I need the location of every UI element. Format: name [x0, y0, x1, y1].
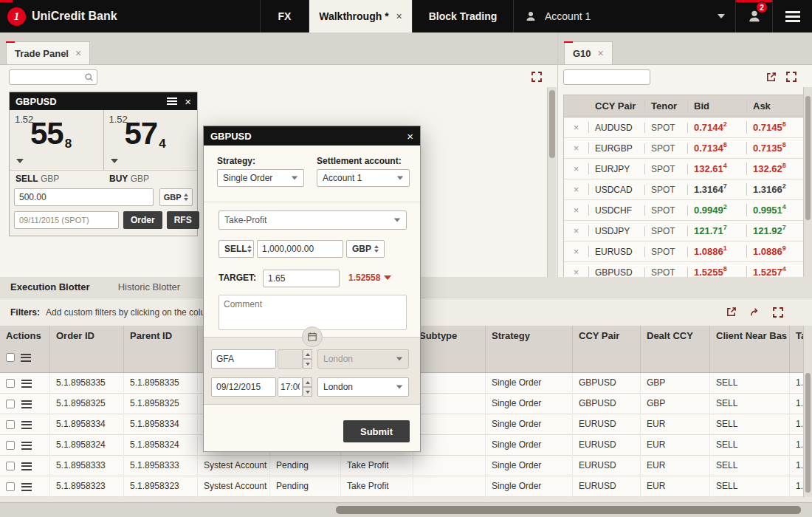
bulk-actions-menu-icon[interactable]	[21, 354, 31, 362]
rates-search[interactable]	[563, 69, 650, 85]
scrollbar-thumb[interactable]	[549, 90, 555, 158]
buy-price-button[interactable]: 1.52 574	[104, 110, 198, 170]
value-date-input[interactable]	[14, 211, 119, 229]
notifications-button[interactable]: 2	[735, 0, 772, 32]
column-header-bid[interactable]: Bid	[688, 100, 747, 112]
row-select-checkbox[interactable]	[6, 400, 15, 408]
tab-walkthrough[interactable]: Walkthrough * ×	[309, 0, 412, 32]
remove-pair-icon[interactable]: ×	[564, 184, 589, 195]
scrollbar-thumb[interactable]	[805, 96, 811, 220]
tab-execution-blotter[interactable]: Execution Blotter	[10, 281, 90, 292]
widget-menu-icon[interactable]	[167, 97, 177, 105]
expand-icon[interactable]	[529, 69, 544, 84]
search-input[interactable]	[13, 73, 84, 82]
popout-icon[interactable]	[723, 305, 738, 320]
close-icon[interactable]: ×	[598, 48, 604, 58]
column-header-ccy-pair[interactable]: CCY Pair	[573, 326, 641, 372]
order-currency-select[interactable]: GBP	[346, 240, 385, 258]
search-input[interactable]	[567, 73, 647, 82]
column-header-actions[interactable]: Actions	[0, 326, 50, 372]
order-button[interactable]: Order	[123, 211, 162, 229]
ask-price[interactable]: 1.08869	[747, 245, 804, 257]
expand-icon[interactable]	[771, 305, 785, 320]
decrement-icon[interactable]	[303, 387, 312, 397]
blotter-scrollbar[interactable]	[803, 326, 812, 497]
column-header-order-id[interactable]: Order ID	[50, 326, 124, 372]
currency-select[interactable]: GBP	[159, 188, 193, 206]
sell-price-button[interactable]: 1.52 558	[10, 110, 104, 170]
remove-pair-icon[interactable]: ×	[564, 163, 589, 174]
column-header-target[interactable]: Targ	[790, 326, 803, 372]
duration-input[interactable]	[211, 349, 276, 369]
row-select-checkbox[interactable]	[6, 420, 15, 429]
tab-fx[interactable]: FX	[260, 0, 309, 32]
row-menu-icon[interactable]	[21, 400, 32, 408]
time-stepper[interactable]	[303, 377, 312, 397]
scrollbar-thumb[interactable]	[805, 373, 811, 493]
close-icon[interactable]: ×	[185, 96, 191, 107]
remove-pair-icon[interactable]: ×	[564, 246, 589, 257]
bid-price[interactable]: 0.99492	[688, 204, 747, 216]
blotter-row[interactable]: 5.1.8958333 5.1.8958333 Systest Account …	[0, 456, 803, 476]
rates-scrollbar[interactable]	[803, 87, 812, 277]
ask-price[interactable]: 0.71458	[747, 121, 804, 133]
increment-icon[interactable]	[303, 377, 312, 387]
row-menu-icon[interactable]	[21, 483, 32, 491]
app-menu-button[interactable]	[772, 0, 812, 32]
trade-panel-scrollbar[interactable]	[547, 87, 557, 277]
expiry-time-input[interactable]	[278, 377, 303, 397]
column-header-tenor[interactable]: Tenor	[645, 100, 688, 112]
bid-price[interactable]: 132.614	[688, 162, 747, 174]
close-icon[interactable]: ×	[75, 48, 81, 58]
remove-pair-icon[interactable]: ×	[564, 225, 589, 236]
row-menu-icon[interactable]	[21, 462, 32, 470]
target-price-input[interactable]	[263, 270, 340, 287]
bid-price[interactable]: 1.31647	[688, 183, 747, 195]
comment-textarea[interactable]	[219, 295, 407, 330]
tab-historic-blotter[interactable]: Historic Blotter	[118, 281, 181, 292]
remove-pair-icon[interactable]: ×	[564, 143, 589, 154]
popout-icon[interactable]	[763, 69, 778, 84]
submit-button[interactable]: Submit	[343, 420, 410, 442]
column-header-subtype[interactable]: Subtype	[413, 326, 486, 372]
horizontal-scrollbar[interactable]	[0, 502, 812, 517]
timezone-select[interactable]: London	[317, 377, 409, 397]
strategy-select[interactable]: Single Order	[217, 169, 304, 187]
close-icon[interactable]: ×	[396, 11, 402, 21]
select-all-checkbox[interactable]	[6, 353, 15, 362]
ask-price[interactable]: 1.52574	[747, 266, 804, 277]
ask-price[interactable]: 1.31662	[747, 183, 804, 195]
remove-pair-icon[interactable]: ×	[564, 205, 589, 216]
expiry-date-input[interactable]	[211, 377, 276, 397]
instrument-search[interactable]	[9, 69, 97, 85]
bid-price[interactable]: 0.71348	[688, 142, 747, 154]
remove-pair-icon[interactable]: ×	[564, 122, 589, 133]
bid-price[interactable]: 1.52558	[688, 266, 747, 277]
row-menu-icon[interactable]	[21, 421, 32, 429]
tab-g10[interactable]: G10 ×	[564, 41, 613, 64]
bid-price[interactable]: 1.08861	[688, 245, 747, 257]
column-header-ccy-pair[interactable]: CCY Pair	[589, 100, 645, 112]
row-menu-icon[interactable]	[21, 442, 32, 450]
remove-pair-icon[interactable]: ×	[564, 267, 589, 277]
bid-price[interactable]: 121.717	[688, 225, 747, 236]
amount-input[interactable]	[14, 188, 154, 206]
modal-header[interactable]: GBPUSD ×	[204, 126, 420, 145]
settlement-account-select[interactable]: Account 1	[317, 169, 410, 187]
column-header-parent-id[interactable]: Parent ID	[124, 326, 198, 372]
tab-trade-panel[interactable]: Trade Panel ×	[6, 41, 90, 64]
widget-header[interactable]: GBPUSD ×	[10, 92, 197, 110]
bid-price[interactable]: 0.71442	[688, 121, 747, 133]
ask-price[interactable]: 132.628	[747, 162, 804, 174]
ask-price[interactable]: 0.71358	[747, 142, 804, 154]
close-icon[interactable]: ×	[407, 131, 413, 142]
order-type-select[interactable]: Take-Profit	[219, 210, 407, 230]
blotter-row[interactable]: 5.1.8958323 5.1.8958323 Systest Account …	[0, 476, 803, 497]
account-menu[interactable]: Account 1	[514, 0, 735, 32]
expand-icon[interactable]	[784, 69, 799, 84]
rfs-button[interactable]: RFS	[167, 211, 199, 229]
order-amount-input[interactable]	[257, 240, 343, 258]
row-menu-icon[interactable]	[21, 380, 32, 388]
ask-price[interactable]: 121.927	[747, 225, 804, 236]
column-header-ask[interactable]: Ask	[747, 100, 804, 112]
